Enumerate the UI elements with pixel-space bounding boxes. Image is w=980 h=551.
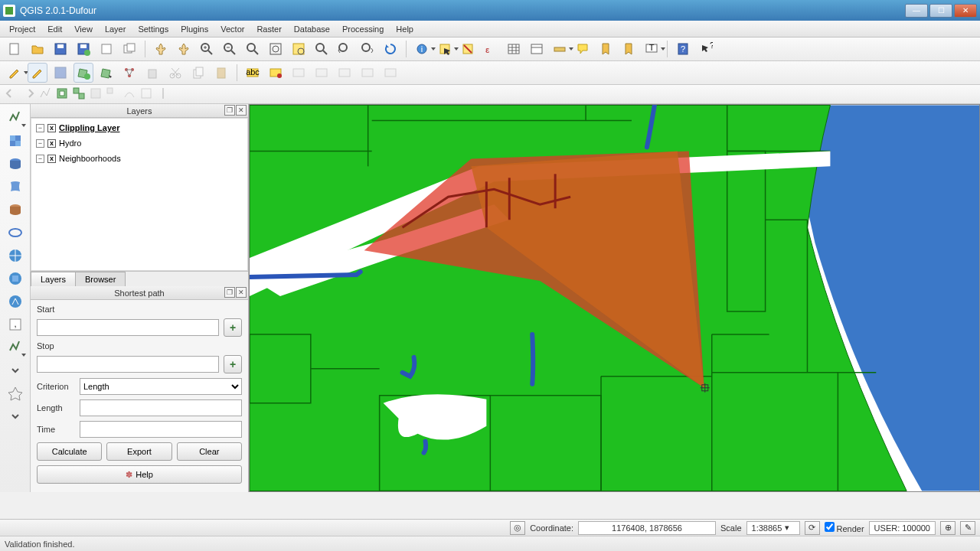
- zoom-last-icon[interactable]: [335, 39, 354, 59]
- crs-button[interactable]: ⊕: [940, 521, 956, 535]
- toggle-editing-icon[interactable]: [28, 63, 47, 83]
- reshape-icon[interactable]: [122, 86, 136, 102]
- move-feature-icon[interactable]: [96, 63, 116, 83]
- save-edits-icon[interactable]: [51, 63, 70, 83]
- zoom-native-icon[interactable]: [243, 39, 263, 59]
- redo-icon[interactable]: [21, 86, 35, 102]
- cut-icon[interactable]: [165, 63, 185, 83]
- paste-icon[interactable]: [211, 63, 231, 83]
- open-project-icon[interactable]: [28, 39, 47, 59]
- toggle-extents-icon[interactable]: ◎: [510, 521, 525, 535]
- open-table-icon[interactable]: [504, 39, 524, 59]
- menu-raster[interactable]: Raster: [250, 23, 287, 35]
- add-mssql-icon[interactable]: [5, 199, 26, 220]
- map-tips-icon[interactable]: [573, 39, 593, 59]
- layer-name[interactable]: Clippling Layer: [59, 123, 119, 132]
- current-edits-icon[interactable]: [5, 63, 24, 83]
- minimize-button[interactable]: —: [905, 4, 928, 18]
- add-part-icon[interactable]: [72, 86, 86, 102]
- expand-icon[interactable]: −: [36, 155, 44, 163]
- new-project-icon[interactable]: [5, 39, 24, 59]
- composer-manager-icon[interactable]: [119, 39, 139, 59]
- add-wms-icon[interactable]: [5, 245, 26, 266]
- layers-tree[interactable]: − x Clippling Layer − x Hydro − x Neighb…: [31, 118, 248, 271]
- menu-database[interactable]: Database: [288, 23, 336, 35]
- layer-name[interactable]: Hydro: [59, 139, 81, 148]
- save-project-icon[interactable]: [51, 39, 70, 59]
- sp-close-icon[interactable]: ✕: [236, 287, 247, 298]
- expand-icon[interactable]: −: [36, 124, 44, 132]
- field-calc-icon[interactable]: [527, 39, 547, 59]
- scale-field[interactable]: 1:38865▾: [746, 521, 800, 535]
- identify-icon[interactable]: i: [412, 39, 432, 59]
- help-button[interactable]: ✽Help: [37, 465, 242, 484]
- new-shapefile-icon[interactable]: [5, 337, 26, 358]
- delete-selected-icon[interactable]: [142, 63, 162, 83]
- pin-labels-icon[interactable]: [289, 63, 309, 83]
- expression-select-icon[interactable]: ε: [481, 39, 501, 59]
- menu-settings[interactable]: Settings: [132, 23, 175, 35]
- add-vector-icon[interactable]: [5, 107, 26, 129]
- stop-input[interactable]: [37, 356, 219, 373]
- pan-icon[interactable]: [151, 39, 171, 59]
- collapse-icon[interactable]: [5, 360, 26, 381]
- collapse2-icon[interactable]: [5, 406, 26, 427]
- move-label-icon[interactable]: [335, 63, 354, 83]
- tab-browser[interactable]: Browser: [75, 272, 126, 286]
- add-wfs-icon[interactable]: [5, 291, 26, 312]
- measure-icon[interactable]: [550, 39, 570, 59]
- label-tool-icon[interactable]: abc: [243, 63, 263, 83]
- copy-icon[interactable]: [188, 63, 208, 83]
- zoom-full-icon[interactable]: [266, 39, 286, 59]
- refresh-icon[interactable]: [381, 39, 400, 59]
- bookmark-show-icon[interactable]: [619, 39, 639, 59]
- criterion-select[interactable]: Length: [80, 378, 242, 395]
- zoom-layer-icon[interactable]: [312, 39, 332, 59]
- log-button[interactable]: ✎: [960, 521, 975, 535]
- clear-button[interactable]: Clear: [177, 442, 242, 461]
- add-csv-icon[interactable]: ,: [5, 314, 26, 335]
- layers-close-icon[interactable]: ✕: [236, 105, 247, 116]
- help-icon[interactable]: ?: [673, 39, 693, 59]
- bookmark-new-icon[interactable]: [596, 39, 616, 59]
- render-toggle[interactable]: Render: [825, 522, 864, 533]
- menu-edit[interactable]: Edit: [41, 23, 68, 35]
- layer-name[interactable]: Neighboorhoods: [59, 154, 121, 163]
- layer-neighborhoods[interactable]: − x Neighboorhoods: [36, 152, 243, 165]
- save-as-icon[interactable]: [74, 39, 93, 59]
- tab-layers[interactable]: Layers: [31, 272, 76, 286]
- menu-project[interactable]: Project: [3, 23, 41, 35]
- expand-icon[interactable]: −: [36, 139, 44, 148]
- rotation-icon[interactable]: ⟳: [805, 521, 820, 535]
- add-postgis-icon[interactable]: [5, 153, 26, 174]
- start-input[interactable]: [37, 319, 219, 336]
- menu-view[interactable]: View: [68, 23, 99, 35]
- whats-this-icon[interactable]: ?: [696, 39, 716, 59]
- change-label-icon[interactable]: [381, 63, 400, 83]
- add-spatialite-icon[interactable]: [5, 176, 26, 197]
- label-highlight-icon[interactable]: [266, 63, 286, 83]
- delete-part-icon[interactable]: [106, 86, 119, 102]
- zoom-in-icon[interactable]: [197, 39, 217, 59]
- menu-plugins[interactable]: Plugins: [175, 23, 214, 35]
- layer-checkbox[interactable]: x: [47, 155, 56, 163]
- layers-undock-icon[interactable]: ❐: [224, 105, 235, 116]
- delete-ring-icon[interactable]: [89, 86, 103, 102]
- offset-icon[interactable]: [139, 86, 153, 102]
- layer-clipping[interactable]: − x Clippling Layer: [36, 122, 243, 134]
- close-button[interactable]: ✕: [954, 4, 977, 18]
- split-icon[interactable]: [156, 86, 170, 102]
- deselect-icon[interactable]: [458, 39, 478, 59]
- menu-processing[interactable]: Processing: [336, 23, 390, 35]
- maximize-button[interactable]: ☐: [929, 4, 952, 18]
- time-input[interactable]: [80, 421, 242, 438]
- layer-checkbox[interactable]: x: [47, 139, 56, 148]
- map-canvas[interactable]: [249, 104, 980, 492]
- undo-icon[interactable]: [5, 86, 18, 102]
- add-wcs-icon[interactable]: [5, 268, 26, 289]
- new-composer-icon[interactable]: [96, 39, 116, 59]
- length-input[interactable]: [80, 399, 242, 416]
- rotate-label-icon[interactable]: [358, 63, 377, 83]
- menu-vector[interactable]: Vector: [214, 23, 250, 35]
- zoom-next-icon[interactable]: [358, 39, 377, 59]
